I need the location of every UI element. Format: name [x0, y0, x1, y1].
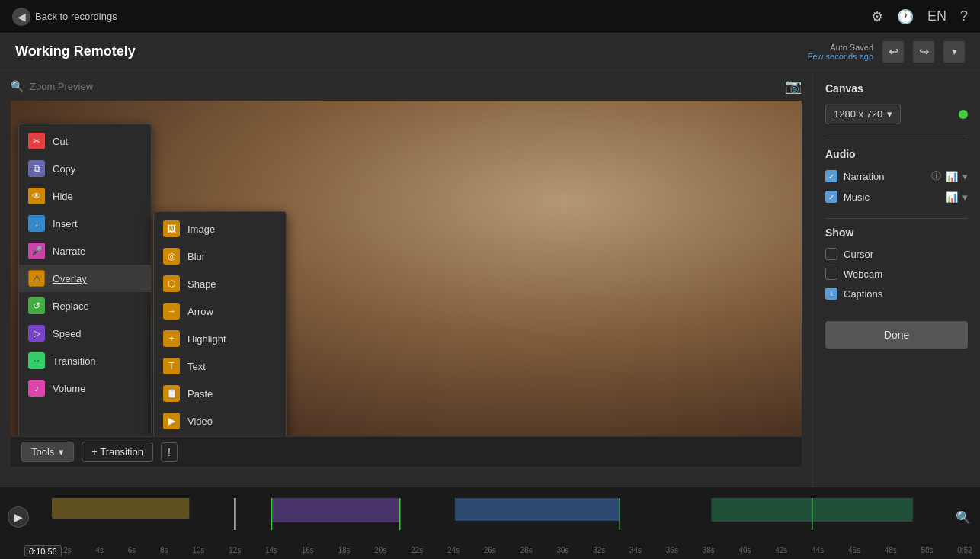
highlight-label: Highlight [187, 333, 277, 345]
title-bar: Working Remotely Auto Saved Few seconds … [0, 34, 980, 70]
speed-label: Speed [53, 328, 142, 339]
ruler-mark-50: 50s [921, 546, 934, 554]
context-menu-sub: 🖼 Image ◎ Blur ⬡ Shape → Arrow [153, 211, 287, 436]
webcam-checkbox[interactable] [825, 268, 837, 280]
divider-2 [825, 218, 968, 219]
music-checkbox[interactable]: ✓ [825, 191, 837, 203]
sub-menu-shape[interactable]: ⬡ Shape [154, 270, 286, 297]
sub-menu-paste[interactable]: 📋 Paste [154, 380, 286, 407]
sub-menu-video[interactable]: ▶ Video [154, 407, 286, 435]
menu-item-copy[interactable]: ⧉ Copy [19, 155, 151, 182]
music-icons: 📊 ▾ [946, 191, 968, 203]
help-icon[interactable]: ? [960, 8, 968, 24]
canvas-title: Canvas [825, 82, 968, 95]
narration-checkbox[interactable]: ✓ [825, 170, 837, 182]
transition-btn-label: + Transition [91, 446, 143, 458]
music-dropdown-icon[interactable]: ▾ [962, 191, 968, 203]
project-title: Working Remotely [15, 43, 136, 59]
cursor-checkbox[interactable] [825, 248, 837, 260]
right-panel: Canvas 1280 x 720 ▾ Audio ✓ Narration ⓘ … [812, 70, 980, 487]
ruler-mark-34: 34s [629, 546, 642, 554]
hide-label: Hide [53, 191, 142, 202]
time-indicator: 0:10.56 [24, 545, 62, 557]
copy-icon: ⧉ [28, 160, 45, 177]
ruler-mark-4: 4s [96, 546, 104, 554]
done-button[interactable]: Done [825, 321, 968, 349]
insert-label: Insert [53, 218, 142, 230]
back-arrow-icon: ◀ [12, 8, 30, 26]
sub-menu-text[interactable]: T Text [154, 352, 286, 380]
timeline-track[interactable] [34, 498, 950, 544]
narration-dropdown-icon[interactable]: ▾ [962, 171, 968, 182]
canvas-size-select[interactable]: 1280 x 720 ▾ [825, 104, 901, 124]
video-label: Video [187, 416, 277, 427]
menu-item-insert[interactable]: ↓ Insert [19, 210, 151, 237]
waveform-seg-1 [52, 498, 189, 519]
ruler-mark-32: 32s [593, 546, 605, 554]
ruler-mark-52: 0:52 [957, 546, 972, 554]
back-button[interactable]: ◀ Back to recordings [12, 8, 117, 26]
zoom-preview-input[interactable] [30, 81, 182, 92]
menu-item-cut[interactable]: ✂ Cut [19, 127, 151, 155]
sub-menu-blur[interactable]: ◎ Blur [154, 243, 286, 270]
redo-button[interactable]: ↪ [913, 41, 934, 63]
timeline-ruler: 0:10.56 0 2s 4s 6s 8s 10s 12s 14s 16s 18… [0, 544, 980, 559]
undo-button[interactable]: ↩ [882, 41, 904, 63]
menu-item-hide[interactable]: 👁 Hide [19, 182, 151, 210]
main-content: 🔍 📷 ✂ Cut ⧉ Copy [0, 70, 980, 487]
history-icon[interactable]: 🕐 [897, 8, 914, 25]
text-label: Text [187, 361, 277, 372]
ruler-mark-8: 8s [160, 546, 168, 554]
add-transition-button[interactable]: + Transition [82, 442, 153, 462]
sub-menu-arrow[interactable]: → Arrow [154, 297, 286, 325]
camera-icon[interactable]: 📷 [785, 78, 802, 95]
narration-info-icon[interactable]: ⓘ [931, 169, 941, 183]
music-label: Music [844, 191, 940, 203]
ruler-mark-30: 30s [556, 546, 568, 554]
paste-label: Paste [187, 388, 277, 400]
context-menu-main: ✂ Cut ⧉ Copy 👁 Hide ↓ Insert [18, 124, 152, 436]
show-title: Show [825, 226, 968, 239]
music-waveform-icon[interactable]: 📊 [946, 191, 958, 203]
ruler-mark-28: 28s [520, 546, 533, 554]
sub-menu-highlight[interactable]: + Highlight [154, 325, 286, 352]
image-icon: 🖼 [163, 220, 180, 237]
title-bar-right: Auto Saved Few seconds ago ↩ ↪ ▾ [808, 41, 965, 63]
narration-waveform-icon[interactable]: 📊 [946, 171, 958, 182]
ruler-mark-36: 36s [666, 546, 678, 554]
audio-title: Audio [825, 148, 968, 160]
webcam-label: Webcam [844, 268, 882, 280]
divider-1 [825, 140, 968, 140]
transition-label: Transition [53, 355, 142, 367]
zoom-search-icon: 🔍 [11, 80, 24, 92]
play-icon: ▶ [14, 511, 23, 523]
cursor-item: Cursor [825, 248, 968, 260]
overlay-icon: ⚠ [28, 270, 45, 287]
auto-saved-label: Auto Saved [808, 43, 873, 52]
captions-checkbox[interactable]: + [825, 288, 837, 300]
menu-item-overlay[interactable]: ⚠ Overlay [19, 265, 151, 292]
menu-item-transition[interactable]: ↔ Transition [19, 347, 151, 374]
narrate-label: Narrate [53, 246, 142, 257]
sub-menu-image[interactable]: 🖼 Image [154, 215, 286, 243]
timeline-search-button[interactable]: 🔍 [954, 508, 972, 526]
tools-button[interactable]: Tools ▾ [21, 442, 74, 462]
overlay-label: Overlay [53, 273, 142, 284]
menu-item-speed[interactable]: ▷ Speed [19, 320, 151, 347]
exclamation-button[interactable]: ! [161, 442, 178, 462]
lang-selector[interactable]: EN [927, 8, 946, 24]
menu-item-narrate[interactable]: 🎤 Narrate [19, 237, 151, 265]
play-button[interactable]: ▶ [8, 506, 29, 528]
title-dropdown-button[interactable]: ▾ [943, 41, 965, 63]
menu-item-replace[interactable]: ↺ Replace [19, 292, 151, 320]
menu-item-volume[interactable]: ♪ Volume [19, 374, 151, 402]
ruler-mark-16: 16s [302, 546, 314, 554]
tools-label: Tools [31, 446, 54, 458]
top-navigation: ◀ Back to recordings ⚙ 🕐 EN ? [0, 0, 980, 34]
captions-item: + Captions [825, 288, 968, 300]
arrow-icon: → [163, 303, 180, 320]
copy-label: Copy [53, 163, 142, 175]
ruler-mark-22: 22s [411, 546, 423, 554]
cut-icon: ✂ [28, 133, 45, 149]
settings-icon[interactable]: ⚙ [871, 8, 883, 25]
